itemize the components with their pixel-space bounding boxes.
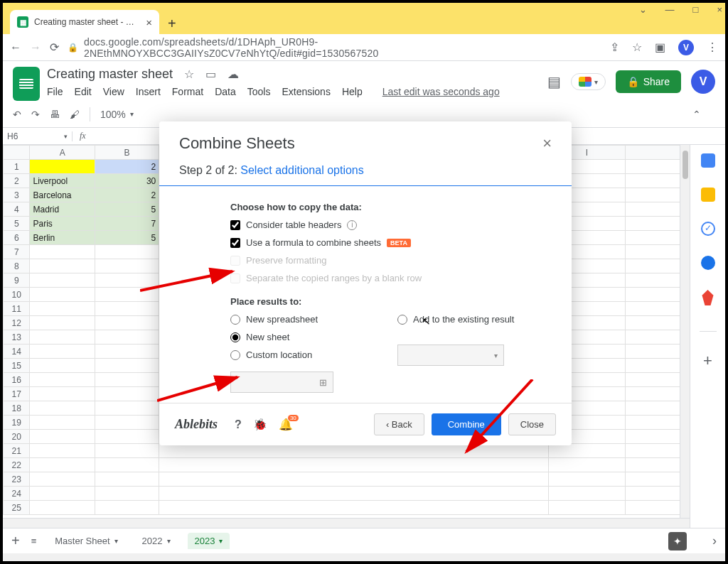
opt-consider-headers[interactable]: Consider table headers i <box>230 219 552 230</box>
cell[interactable] <box>95 387 159 401</box>
existing-result-select[interactable]: ▾ <box>397 345 504 366</box>
cell[interactable] <box>95 373 159 387</box>
cell[interactable]: Madrid <box>30 202 95 217</box>
row-header[interactable]: 8 <box>4 259 30 273</box>
cell[interactable]: Liverpool <box>30 174 95 188</box>
back-button[interactable]: ‹ Back <box>374 413 424 435</box>
tasks-icon[interactable] <box>701 222 715 236</box>
cell[interactable] <box>549 487 626 501</box>
modal-close-icon[interactable]: × <box>542 134 552 153</box>
last-edit-link[interactable]: Last edit was seconds ago <box>382 86 500 97</box>
col-header[interactable]: A <box>30 146 95 160</box>
row-header[interactable]: 9 <box>4 273 30 288</box>
menu-insert[interactable]: Insert <box>136 86 161 97</box>
menu-extensions[interactable]: Extensions <box>282 86 330 97</box>
cell[interactable] <box>30 288 95 302</box>
cell[interactable]: Paris <box>30 217 95 231</box>
sheet-tab[interactable]: Master Sheet ▾ <box>48 533 124 549</box>
cell[interactable] <box>95 416 159 430</box>
cell[interactable] <box>549 458 626 472</box>
cell[interactable] <box>30 487 95 501</box>
radio-input[interactable] <box>230 332 240 342</box>
bug-icon[interactable]: 🐞 <box>253 418 267 431</box>
row-header[interactable]: 17 <box>4 387 30 401</box>
sheet-tab[interactable]: 2022 ▾ <box>135 533 178 549</box>
cell[interactable] <box>30 416 95 430</box>
row-header[interactable]: 21 <box>4 444 30 458</box>
comments-icon[interactable]: ▤ <box>547 73 561 90</box>
side-panel-toggle-icon[interactable]: › <box>712 533 717 548</box>
cell[interactable]: 30 <box>95 174 159 188</box>
share-page-icon[interactable]: ⇪ <box>610 40 619 54</box>
keep-icon[interactable] <box>701 188 715 202</box>
sheet-tab[interactable]: 2023 ▾ <box>188 533 230 549</box>
row-header[interactable]: 3 <box>4 188 30 202</box>
cell[interactable] <box>30 330 95 345</box>
cell[interactable] <box>549 472 626 487</box>
cell[interactable] <box>159 472 549 487</box>
cell[interactable] <box>30 245 95 259</box>
info-icon[interactable]: i <box>347 220 357 230</box>
cell[interactable] <box>30 316 95 330</box>
opt-use-formula[interactable]: Use a formula to combine sheets BETA <box>230 237 552 248</box>
col-header[interactable]: B <box>95 146 159 160</box>
chevron-down-icon[interactable]: ⌄ <box>639 4 647 15</box>
cell[interactable]: Berlin <box>30 231 95 245</box>
row-header[interactable]: 12 <box>4 316 30 330</box>
radio-input[interactable] <box>397 315 407 325</box>
cell[interactable] <box>95 458 159 472</box>
calendar-icon[interactable] <box>701 153 715 168</box>
move-icon[interactable]: ▭ <box>205 67 216 81</box>
row-header[interactable]: 22 <box>4 458 30 472</box>
zoom-select[interactable]: 100%▾ <box>100 109 134 120</box>
star-icon[interactable]: ☆ <box>184 67 194 81</box>
forward-icon[interactable]: → <box>30 41 41 54</box>
cell[interactable] <box>549 444 626 458</box>
cell[interactable] <box>95 501 159 515</box>
menu-file[interactable]: File <box>47 86 63 97</box>
all-sheets-icon[interactable]: ≡ <box>31 536 37 546</box>
row-header[interactable]: 15 <box>4 359 30 373</box>
cell[interactable] <box>95 330 159 345</box>
cell[interactable]: 5 <box>95 202 159 217</box>
sheets-logo-icon[interactable] <box>13 67 40 101</box>
radio-input[interactable] <box>230 315 240 325</box>
row-header[interactable]: 25 <box>4 501 30 515</box>
vertical-scrollbar[interactable] <box>680 145 690 528</box>
cell[interactable]: 5 <box>95 231 159 245</box>
cell[interactable] <box>95 487 159 501</box>
cell[interactable] <box>95 345 159 359</box>
cell[interactable]: Barcelona <box>30 188 95 202</box>
cell[interactable] <box>95 401 159 416</box>
browser-tab[interactable]: ▦ Creating master sheet - Google S × <box>10 10 159 34</box>
row-header[interactable]: 11 <box>4 302 30 316</box>
cell[interactable] <box>30 458 95 472</box>
menu-data[interactable]: Data <box>215 86 236 97</box>
menu-view[interactable]: View <box>103 86 124 97</box>
name-box[interactable]: H6▾ <box>3 131 73 141</box>
row-header[interactable]: 10 <box>4 288 30 302</box>
row-header[interactable]: 13 <box>4 330 30 345</box>
explore-button[interactable]: ✦ <box>668 532 687 551</box>
add-sheet-icon[interactable]: + <box>11 533 20 549</box>
close-tab-icon[interactable]: × <box>146 16 152 28</box>
cloud-icon[interactable]: ☁ <box>228 67 239 81</box>
undo-icon[interactable]: ↶ <box>13 109 21 120</box>
notification-icon[interactable]: 🔔30 <box>279 418 293 431</box>
row-header[interactable]: 7 <box>4 245 30 259</box>
profile-avatar[interactable]: V <box>678 40 694 55</box>
row-header[interactable]: 1 <box>4 160 30 174</box>
row-header[interactable]: 19 <box>4 416 30 430</box>
cell[interactable] <box>30 373 95 387</box>
paint-format-icon[interactable]: 🖌 <box>70 109 80 120</box>
cell[interactable] <box>30 472 95 487</box>
document-title[interactable]: Creating master sheet <box>47 67 173 82</box>
row-header[interactable]: 18 <box>4 401 30 416</box>
cell[interactable]: 2 <box>95 160 159 174</box>
cell[interactable] <box>30 345 95 359</box>
help-icon[interactable]: ? <box>235 418 242 431</box>
checkbox-headers[interactable] <box>230 220 240 230</box>
contacts-icon[interactable] <box>701 256 715 270</box>
menu-format[interactable]: Format <box>172 86 203 97</box>
redo-icon[interactable]: ↷ <box>31 109 40 120</box>
